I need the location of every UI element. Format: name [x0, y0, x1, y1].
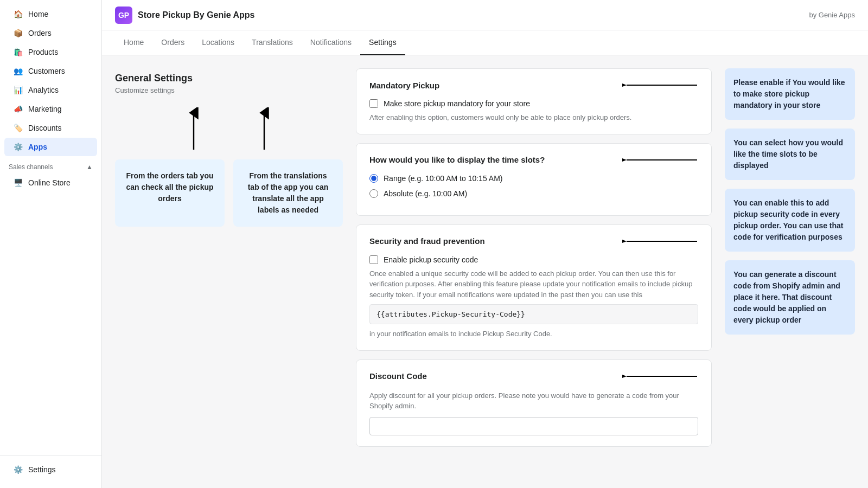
- orders-icon: 📦: [13, 28, 23, 38]
- sidebar-item-settings[interactable]: ⚙️ Settings: [4, 460, 97, 479]
- marketing-icon: 📣: [13, 104, 23, 114]
- up-arrows-area: [115, 107, 343, 151]
- app-title: Store Pickup By Genie Apps: [138, 10, 254, 20]
- mandatory-pickup-label[interactable]: Make store pickup mandatory for your sto…: [384, 99, 530, 108]
- left-arrow-timeslots-icon: [622, 155, 698, 165]
- discounts-icon: 🏷️: [13, 123, 23, 133]
- security-help-text-2: in your notification emails to include P…: [369, 329, 698, 339]
- tab-translations[interactable]: Translations: [243, 30, 302, 55]
- callout-discount: You can generate a discount code from Sh…: [725, 260, 855, 335]
- tab-home[interactable]: Home: [115, 30, 152, 55]
- app-by: by Genie Apps: [809, 11, 855, 19]
- mandatory-pickup-title: Mandatory Pickup: [369, 81, 439, 90]
- mandatory-pickup-help: After enabling this option, customers wo…: [369, 112, 698, 123]
- sidebar-item-apps[interactable]: ⚙️ Apps: [4, 138, 97, 156]
- security-code-block: {{attributes.Pickup-Security-Code}}: [369, 304, 698, 324]
- sidebar-item-online-store[interactable]: 🖥️ Online Store: [4, 174, 97, 192]
- settings-icon: ⚙️: [13, 465, 23, 474]
- info-card-translations: From the translations tab of the app you…: [233, 159, 343, 227]
- tab-locations[interactable]: Locations: [193, 30, 243, 55]
- app-icon: GP: [115, 7, 132, 24]
- security-help-text: Once enabled a unique security code will…: [369, 268, 698, 300]
- content-area: General Settings Customize settings: [102, 55, 868, 488]
- left-arrow-mandatory-icon: [622, 80, 698, 91]
- left-up-arrow-icon: [186, 107, 202, 151]
- absolute-label[interactable]: Absolute (e.g. 10:00 AM): [384, 189, 467, 198]
- sidebar: 🏠 Home 📦 Orders 🛍️ Products 👥 Customers …: [0, 0, 102, 488]
- topbar: GP Store Pickup By Genie Apps by Genie A…: [102, 0, 868, 30]
- security-checkbox-row[interactable]: Enable pickup security code: [369, 255, 698, 264]
- home-icon: 🏠: [13, 9, 23, 19]
- info-card-orders: From the orders tab you can check all th…: [115, 159, 225, 227]
- sidebar-bottom: ⚙️ Settings: [0, 455, 101, 488]
- general-settings-header: General Settings Customize settings: [115, 68, 343, 99]
- info-cards-row: From the orders tab you can check all th…: [115, 159, 343, 227]
- general-settings-subtitle: Customize settings: [115, 86, 343, 94]
- absolute-radio[interactable]: [369, 189, 378, 198]
- tab-notifications[interactable]: Notifications: [302, 30, 360, 55]
- sidebar-item-analytics[interactable]: 📊 Analytics: [4, 81, 97, 99]
- tab-orders[interactable]: Orders: [152, 30, 193, 55]
- mandatory-pickup-card: Mandatory Pickup Make store p: [356, 68, 712, 134]
- chevron-up-icon: ▲: [86, 163, 93, 171]
- callout-security: You can enable this to add pickup securi…: [725, 189, 855, 252]
- sidebar-item-products[interactable]: 🛍️ Products: [4, 43, 97, 61]
- analytics-icon: 📊: [13, 85, 23, 95]
- time-slots-absolute-row[interactable]: Absolute (e.g. 10:00 AM): [369, 189, 698, 198]
- online-store-icon: 🖥️: [13, 178, 23, 188]
- general-settings-title: General Settings: [115, 73, 343, 84]
- time-slots-range-row[interactable]: Range (e.g. 10:00 AM to 10:15 AM): [369, 174, 698, 183]
- sidebar-item-customers[interactable]: 👥 Customers: [4, 62, 97, 80]
- tab-settings[interactable]: Settings: [360, 30, 405, 55]
- right-up-arrow-icon: [256, 107, 272, 151]
- discount-code-input[interactable]: [369, 417, 698, 435]
- security-checkbox[interactable]: [369, 255, 378, 264]
- sidebar-item-home[interactable]: 🏠 Home: [4, 5, 97, 23]
- settings-column: Mandatory Pickup Make store p: [356, 68, 712, 475]
- sidebar-item-orders[interactable]: 📦 Orders: [4, 24, 97, 42]
- products-icon: 🛍️: [13, 47, 23, 57]
- callout-mandatory: Please enable if You would like to make …: [725, 68, 855, 120]
- sidebar-item-marketing[interactable]: 📣 Marketing: [4, 100, 97, 118]
- left-arrow-security-icon: [622, 236, 698, 247]
- discount-title: Discount Code: [369, 371, 427, 381]
- security-card: Security and fraud prevention: [356, 224, 712, 351]
- mandatory-pickup-checkbox-row[interactable]: Make store pickup mandatory for your sto…: [369, 99, 698, 108]
- time-slots-title: How would you like to display the time s…: [369, 155, 545, 164]
- left-arrow-discount-icon: [622, 371, 698, 382]
- mandatory-pickup-checkbox[interactable]: [369, 99, 378, 108]
- sidebar-nav: 🏠 Home 📦 Orders 🛍️ Products 👥 Customers …: [0, 0, 101, 455]
- apps-icon: ⚙️: [13, 142, 23, 152]
- sales-channels-label: Sales channels ▲: [0, 157, 101, 173]
- range-label[interactable]: Range (e.g. 10:00 AM to 10:15 AM): [384, 174, 502, 183]
- tabs-bar: Home Orders Locations Translations Notif…: [102, 30, 868, 55]
- time-slots-card: How would you like to display the time s…: [356, 143, 712, 216]
- range-radio[interactable]: [369, 174, 378, 183]
- customers-icon: 👥: [13, 66, 23, 76]
- security-title: Security and fraud prevention: [369, 236, 485, 246]
- sidebar-item-discounts[interactable]: 🏷️ Discounts: [4, 119, 97, 137]
- discount-code-card: Discount Code Apply discount for all you…: [356, 359, 712, 447]
- discount-help-text: Apply discount for all your pickup order…: [369, 390, 698, 412]
- callout-timeslots: You can select how you would like the ti…: [725, 129, 855, 180]
- right-panel: Mandatory Pickup Make store p: [356, 68, 855, 475]
- main-panel: GP Store Pickup By Genie Apps by Genie A…: [102, 0, 868, 488]
- security-checkbox-label[interactable]: Enable pickup security code: [384, 255, 478, 264]
- app-brand: GP Store Pickup By Genie Apps: [115, 7, 254, 24]
- left-panel: General Settings Customize settings: [115, 68, 343, 475]
- callouts-column: Please enable if You would like to make …: [725, 68, 855, 475]
